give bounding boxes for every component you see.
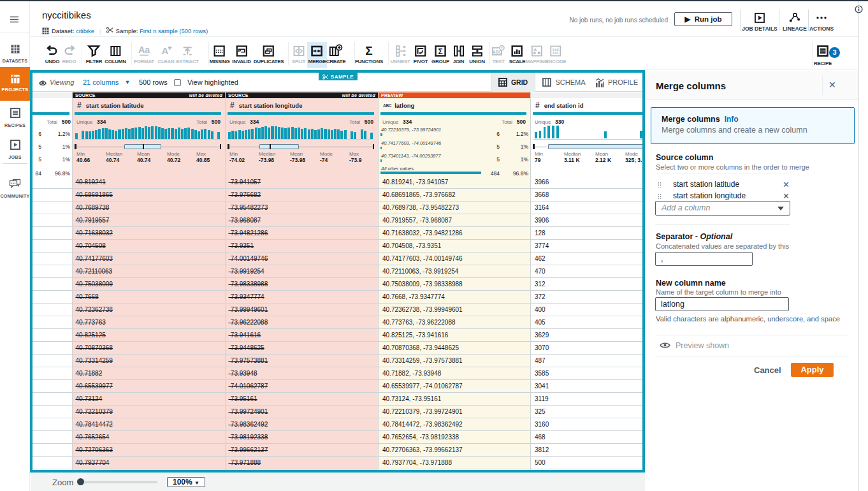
svg-text:101: 101 — [553, 51, 560, 55]
svg-text:Σ: Σ — [438, 47, 442, 56]
svg-text:Aa: Aa — [138, 45, 150, 55]
svg-text:Σ: Σ — [365, 44, 372, 57]
svg-text:A: A — [161, 45, 168, 56]
